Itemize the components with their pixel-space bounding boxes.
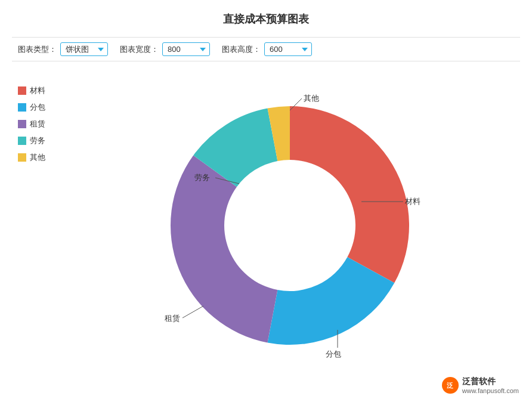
chart-height-label: 图表高度： (222, 44, 261, 55)
watermark-icon: 泛 (442, 377, 459, 394)
main-container: 直接成本预算图表 图表类型： 饼状图 柱状图 折线图 图表宽度： 600 700… (0, 0, 532, 405)
legend-label-material: 材料 (30, 85, 45, 96)
legend-item-subcontract: 分包 (18, 102, 60, 113)
chart-legend: 材料 分包 租赁 劳务 其他 (12, 73, 60, 366)
chart-area: 材料 分包 租赁 劳务 其他 (12, 73, 520, 366)
watermark: 泛 泛普软件 www.fanpusoft.com (442, 376, 519, 394)
legend-color-rental (18, 120, 26, 128)
watermark-company: 泛普软件 (462, 376, 519, 387)
segment-material (290, 106, 409, 283)
label-text-other: 其他 (304, 94, 319, 103)
legend-item-material: 材料 (18, 85, 60, 96)
legend-color-labor (18, 137, 26, 145)
legend-label-rental: 租赁 (30, 119, 45, 129)
page-title: 直接成本预算图表 (12, 12, 520, 26)
chart-height-group: 图表高度： 400 500 600 700 800 (222, 42, 312, 56)
label-text-material: 材料 (404, 197, 420, 206)
chart-type-select[interactable]: 饼状图 柱状图 折线图 (60, 42, 108, 56)
label-text-rental: 租赁 (165, 314, 180, 323)
label-text-labor: 劳务 (194, 173, 210, 182)
chart-height-select[interactable]: 400 500 600 700 800 (264, 42, 312, 56)
chart-type-label: 图表类型： (18, 44, 57, 55)
label-text-subcontract: 分包 (326, 350, 341, 358)
legend-label-other: 其他 (30, 152, 45, 163)
legend-label-labor: 劳务 (30, 135, 45, 146)
legend-color-subcontract (18, 103, 26, 112)
legend-item-labor: 劳务 (18, 135, 60, 146)
donut-chart-svg: 材料 分包 租赁 劳务 其他 (87, 73, 493, 366)
watermark-url: www.fanpusoft.com (462, 387, 519, 394)
label-line-rental (183, 306, 203, 318)
chart-width-group: 图表宽度： 600 700 800 900 1000 (120, 42, 210, 56)
legend-item-other: 其他 (18, 152, 60, 163)
legend-item-rental: 租赁 (18, 119, 60, 129)
segment-rental (171, 155, 277, 342)
chart-width-select[interactable]: 600 700 800 900 1000 (162, 42, 210, 56)
legend-label-subcontract: 分包 (30, 102, 45, 113)
donut-chart-wrapper: 材料 分包 租赁 劳务 其他 (60, 73, 520, 366)
chart-type-group: 图表类型： 饼状图 柱状图 折线图 (18, 42, 108, 56)
legend-color-material (18, 86, 26, 95)
chart-width-label: 图表宽度： (120, 44, 159, 55)
watermark-text-block: 泛普软件 www.fanpusoft.com (462, 376, 519, 394)
watermark-icon-text: 泛 (447, 381, 453, 390)
legend-color-other (18, 153, 26, 162)
controls-bar: 图表类型： 饼状图 柱状图 折线图 图表宽度： 600 700 800 900 … (12, 37, 520, 61)
